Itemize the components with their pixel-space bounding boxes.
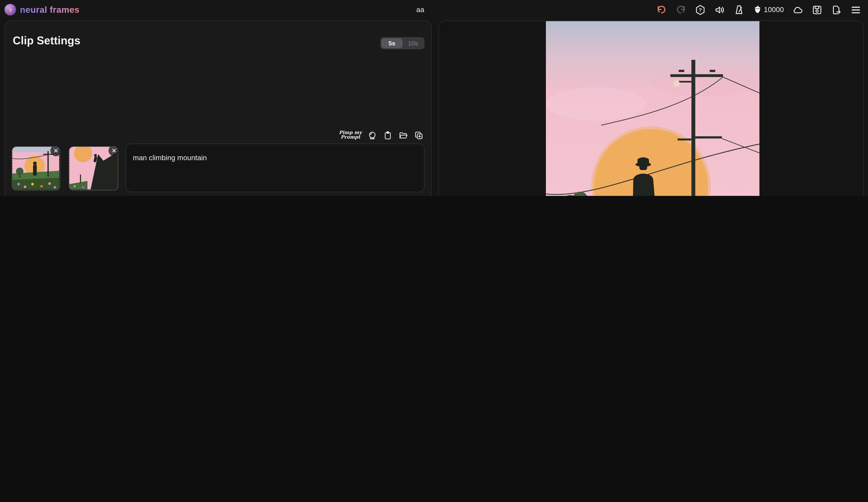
pimp-line2: Prompt xyxy=(338,135,363,139)
video-frame-image xyxy=(546,21,760,196)
brand[interactable]: neural frames xyxy=(4,4,80,16)
metronome-icon[interactable] xyxy=(733,4,744,15)
undo-icon[interactable] xyxy=(656,4,667,15)
help-icon[interactable]: ? xyxy=(695,4,706,15)
clip-settings-panel: Clip Settings 5s 10s Pimp my Prompt xyxy=(4,21,432,196)
export-icon[interactable] xyxy=(831,4,842,15)
duration-toggle: 5s 10s xyxy=(380,37,424,49)
cloud-icon[interactable] xyxy=(792,4,803,15)
brand-name: neural frames xyxy=(20,5,80,15)
paste-icon[interactable] xyxy=(383,131,393,140)
prompt-text: man climbing mountain xyxy=(133,153,207,162)
copy-plus-icon[interactable] xyxy=(414,131,424,140)
app-root: neural frames aa ? 10000 Clip Settings 5… xyxy=(0,0,868,196)
menu-icon[interactable] xyxy=(850,4,861,15)
volume-icon[interactable] xyxy=(714,4,725,15)
open-folder-icon[interactable] xyxy=(399,131,408,140)
preview-panel xyxy=(438,21,864,196)
credits-counter[interactable]: 10000 xyxy=(753,5,784,14)
fox-logo-icon xyxy=(4,4,16,16)
crystal-ball-icon[interactable] xyxy=(368,131,377,140)
top-bar: neural frames aa ? 10000 xyxy=(0,0,868,19)
brand-avatar xyxy=(4,4,16,16)
duration-5s-button[interactable]: 5s xyxy=(382,38,402,48)
duration-10s-button[interactable]: 10s xyxy=(402,38,423,48)
svg-text:?: ? xyxy=(699,7,702,13)
save-icon[interactable] xyxy=(812,4,823,15)
acorn-icon xyxy=(753,5,762,14)
topbar-actions: ? 10000 xyxy=(656,4,861,16)
prompt-input[interactable]: man climbing mountain xyxy=(126,143,425,192)
project-title[interactable]: aa xyxy=(416,6,424,14)
panel-title: Clip Settings xyxy=(13,34,80,47)
reference-thumbnail-2[interactable]: ✕ xyxy=(69,147,118,191)
credits-value: 10000 xyxy=(764,6,784,14)
redo-icon[interactable] xyxy=(675,4,686,15)
video-preview xyxy=(546,21,760,196)
reference-thumbnail-1[interactable]: ✕ xyxy=(12,147,61,191)
pimp-my-prompt-button[interactable]: Pimp my Prompt xyxy=(338,130,363,139)
